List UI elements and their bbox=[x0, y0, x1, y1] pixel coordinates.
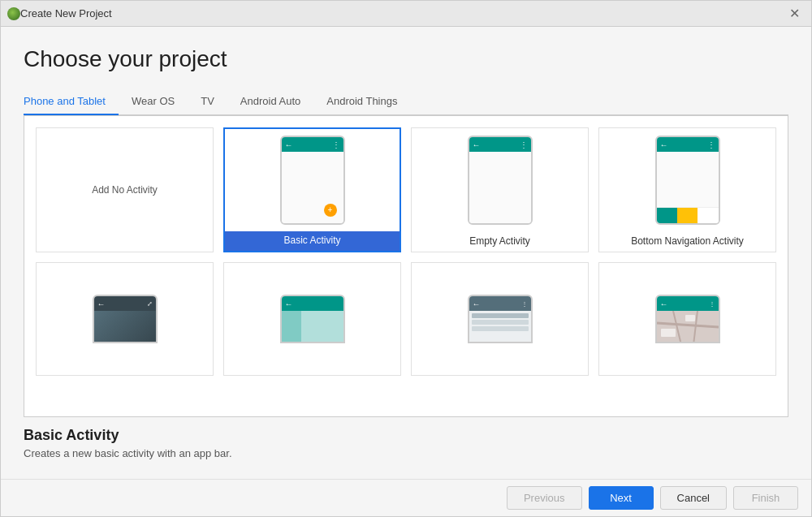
page-title: Choose your project bbox=[24, 46, 788, 72]
expand-icon: ⤢ bbox=[147, 300, 153, 308]
grid-item-basic-activity[interactable]: ← ⋮ + Basic Activity bbox=[223, 127, 401, 252]
no-activity-label: Add No Activity bbox=[92, 184, 158, 196]
empty-activity-preview: ← ⋮ bbox=[412, 128, 588, 232]
next-button[interactable]: Next bbox=[589, 486, 654, 510]
bottomnav-body bbox=[657, 152, 719, 223]
bottom-nav-mockup: ← ⋮ bbox=[655, 136, 720, 225]
dots-icon: ⋮ bbox=[521, 300, 528, 308]
dots-icon: ⋮ bbox=[709, 300, 715, 308]
tab-android-things[interactable]: Android Things bbox=[313, 88, 410, 115]
footer: Previous Next Cancel Finish bbox=[1, 479, 811, 516]
bottomnav-content bbox=[657, 152, 719, 207]
mockup-topbar: ← ⋮ bbox=[282, 137, 343, 152]
title-bar: Create New Project ✕ bbox=[1, 1, 811, 27]
bottomnav-topbar: ← ⋮ bbox=[657, 137, 719, 152]
map-graphic bbox=[657, 311, 719, 343]
grid-item-maps[interactable]: ← ⋮ bbox=[598, 262, 776, 376]
fullscreen-topbar: ← ⤢ bbox=[94, 296, 156, 311]
basic-activity-label: Basic Activity bbox=[225, 231, 400, 251]
bottom-nav-bar bbox=[657, 207, 719, 223]
previous-button[interactable]: Previous bbox=[507, 486, 582, 510]
bottom-nav-preview: ← ⋮ bbox=[599, 128, 775, 232]
grid-item-nav-drawer[interactable]: ← bbox=[223, 262, 401, 376]
back-icon: ← bbox=[97, 299, 106, 308]
fullscreen-preview: ← ⤢ bbox=[37, 263, 213, 375]
svg-rect-4 bbox=[661, 329, 676, 337]
back-arrow-icon: ← bbox=[285, 140, 293, 149]
master-detail-body bbox=[469, 311, 531, 342]
maps-body bbox=[657, 311, 719, 343]
basic-activity-preview: ← ⋮ + bbox=[225, 129, 400, 231]
grid-item-master-detail[interactable]: ← ⋮ bbox=[411, 262, 589, 376]
nav-drawer-body bbox=[282, 311, 343, 342]
basic-activity-mockup: ← ⋮ + bbox=[280, 136, 345, 225]
nav-item-1 bbox=[657, 208, 677, 223]
tab-android-auto[interactable]: Android Auto bbox=[227, 88, 313, 115]
create-project-window: Create New Project ✕ Choose your project… bbox=[0, 0, 812, 517]
nav-item-3 bbox=[698, 208, 718, 223]
menu-dots-icon: ⋮ bbox=[520, 140, 528, 149]
no-activity-preview: Add No Activity bbox=[37, 128, 213, 252]
list-row bbox=[472, 320, 529, 325]
grid-item-empty-activity[interactable]: ← ⋮ Empty Activity bbox=[411, 127, 589, 252]
mockup-body: + bbox=[282, 152, 343, 223]
svg-rect-5 bbox=[685, 315, 695, 321]
app-icon bbox=[7, 7, 20, 20]
back-icon: ← bbox=[285, 299, 293, 308]
close-button[interactable]: ✕ bbox=[784, 4, 805, 23]
back-icon: ← bbox=[473, 299, 481, 308]
fab-icon: + bbox=[324, 204, 337, 217]
back-arrow-icon: ← bbox=[473, 140, 481, 149]
maps-mockup: ← ⋮ bbox=[655, 295, 720, 343]
tab-wear-os[interactable]: Wear OS bbox=[119, 88, 188, 115]
drawer-panel bbox=[282, 311, 301, 342]
description-title: Basic Activity bbox=[24, 427, 788, 444]
tabs-bar: Phone and Tablet Wear OS TV Android Auto… bbox=[24, 88, 788, 115]
empty-activity-label: Empty Activity bbox=[412, 232, 588, 252]
fullscreen-mockup: ← ⤢ bbox=[93, 295, 158, 343]
main-content: Choose your project Phone and Tablet Wea… bbox=[1, 27, 811, 479]
fullscreen-body bbox=[94, 311, 156, 342]
nav-drawer-topbar: ← bbox=[282, 296, 343, 311]
list-row bbox=[472, 326, 529, 331]
master-detail-topbar: ← ⋮ bbox=[469, 296, 531, 311]
empty-activity-mockup: ← ⋮ bbox=[468, 136, 533, 225]
nav-item-2 bbox=[677, 208, 698, 223]
maps-topbar: ← ⋮ bbox=[657, 296, 719, 311]
empty-body bbox=[469, 152, 531, 223]
description-area: Basic Activity Creates a new basic activ… bbox=[24, 417, 788, 466]
window-title: Create New Project bbox=[20, 7, 784, 19]
tab-tv[interactable]: TV bbox=[188, 88, 227, 115]
menu-dots-icon: ⋮ bbox=[332, 140, 340, 149]
activity-grid: Add No Activity ← ⋮ + bbox=[24, 116, 788, 387]
description-text: Creates a new basic activity with an app… bbox=[24, 447, 788, 459]
grid-item-bottom-nav[interactable]: ← ⋮ bbox=[598, 127, 776, 252]
activity-grid-container[interactable]: Add No Activity ← ⋮ + bbox=[24, 115, 788, 417]
bottom-nav-label: Bottom Navigation Activity bbox=[599, 232, 775, 252]
maps-preview: ← ⋮ bbox=[599, 263, 775, 375]
nav-drawer-preview: ← bbox=[224, 263, 400, 375]
master-detail-mockup: ← ⋮ bbox=[468, 295, 533, 343]
cancel-button[interactable]: Cancel bbox=[660, 486, 727, 510]
list-row bbox=[472, 313, 529, 318]
grid-item-no-activity[interactable]: Add No Activity bbox=[36, 127, 214, 252]
back-icon: ← bbox=[660, 299, 668, 308]
back-arrow-icon: ← bbox=[660, 140, 668, 149]
grid-item-fullscreen[interactable]: ← ⤢ bbox=[36, 262, 214, 376]
empty-topbar: ← ⋮ bbox=[469, 137, 531, 152]
finish-button[interactable]: Finish bbox=[733, 486, 798, 510]
menu-dots-icon: ⋮ bbox=[707, 140, 715, 149]
nav-drawer-mockup: ← bbox=[280, 295, 345, 343]
master-detail-preview: ← ⋮ bbox=[412, 263, 588, 375]
tab-phone-tablet[interactable]: Phone and Tablet bbox=[24, 88, 119, 115]
